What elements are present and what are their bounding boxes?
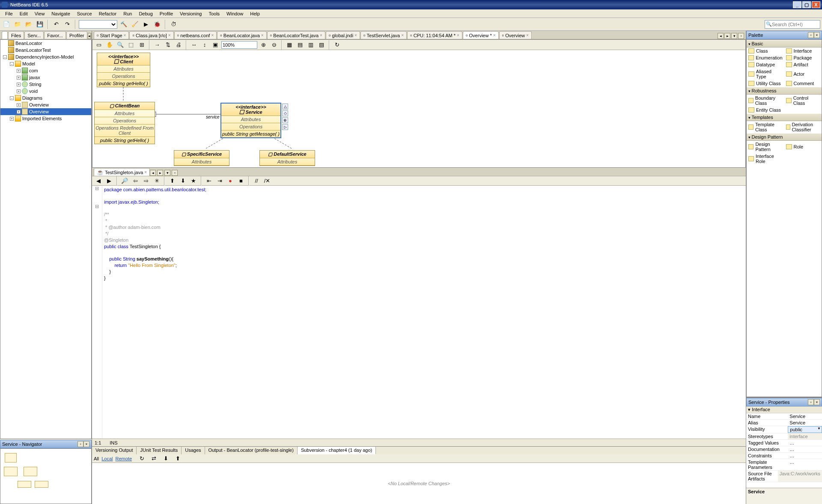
tree-item[interactable]: +Overview: [0, 108, 91, 115]
editor-tab[interactable]: ▫Overview×: [499, 31, 532, 39]
properties-group-header[interactable]: ▾ Interface: [746, 406, 822, 413]
menu-refactor[interactable]: Refactor: [95, 10, 120, 17]
redo-button[interactable]: ↷: [63, 20, 72, 29]
find-selection[interactable]: 🔎: [120, 176, 129, 186]
left-tab-1[interactable]: Files: [8, 31, 24, 39]
left-tab-3[interactable]: Favor...: [44, 31, 66, 39]
tree-toggle[interactable]: -: [10, 96, 14, 100]
close-tab-icon[interactable]: ×: [124, 33, 126, 38]
palette-group[interactable]: Templates: [747, 113, 822, 121]
stop-macro[interactable]: ■: [236, 176, 246, 186]
new-project-button[interactable]: 📁: [13, 20, 22, 29]
palette-item[interactable]: Role: [784, 141, 822, 153]
search-input[interactable]: [772, 22, 819, 27]
navigator-thumbnail[interactable]: [0, 448, 92, 504]
close-tab-icon[interactable]: ×: [211, 33, 214, 38]
palette-group[interactable]: Design Pattern: [747, 133, 822, 141]
projects-tree[interactable]: BeanLocatorBeanLocatorTest-DependencyInj…: [0, 39, 92, 439]
editor-tab[interactable]: ▫BeanLocator.java×: [217, 31, 266, 39]
quick-search[interactable]: 🔍: [765, 20, 820, 29]
palette-item[interactable]: Template Class: [747, 121, 784, 133]
palette-close-button[interactable]: ×: [814, 32, 820, 38]
zoom-in-tool[interactable]: 🔍: [116, 40, 125, 50]
tabnav-button[interactable]: ▸: [724, 33, 730, 39]
menu-navigate[interactable]: Navigate: [48, 10, 73, 17]
tabnav-button[interactable]: ◂: [718, 33, 724, 39]
palette-item[interactable]: Interface Role: [747, 153, 784, 165]
palette-item[interactable]: Control Class: [784, 95, 822, 107]
build-button[interactable]: 🔨: [119, 20, 128, 29]
align-tool-4[interactable]: ▧: [317, 40, 326, 50]
open-project-button[interactable]: 📂: [24, 20, 33, 29]
minimize-button[interactable]: _: [793, 1, 801, 8]
new-file-button[interactable]: 📄: [2, 20, 11, 29]
palette-group[interactable]: Basic: [747, 40, 822, 47]
vcs-commit-button[interactable]: ⬆: [173, 454, 182, 463]
find-prev[interactable]: ⇦: [131, 176, 140, 186]
editor-tab[interactable]: ▫netbeans.conf×: [174, 31, 217, 39]
palette-item[interactable]: Interface: [784, 47, 822, 54]
property-value[interactable]: public: [788, 426, 822, 433]
tree-toggle[interactable]: +: [17, 69, 21, 73]
toggle-highlight[interactable]: ✳: [152, 176, 161, 186]
debug-button[interactable]: 🐞: [152, 20, 162, 29]
output-tab[interactable]: Usages: [182, 447, 205, 454]
toggle-bookmark[interactable]: ★: [189, 176, 198, 186]
inner-max-button[interactable]: ▫: [172, 170, 178, 176]
menu-run[interactable]: Run: [120, 10, 135, 17]
properties-min-button[interactable]: ▫: [808, 399, 814, 405]
tree-toggle[interactable]: -: [3, 55, 7, 59]
navigator-minimize-button[interactable]: ▫: [77, 441, 83, 447]
undo-button[interactable]: ↶: [51, 20, 61, 29]
palette-item[interactable]: Comment: [784, 80, 822, 87]
palette-min-button[interactable]: ▫: [808, 32, 814, 38]
tree-toggle[interactable]: +: [17, 76, 21, 80]
close-tab-icon[interactable]: ×: [144, 170, 147, 175]
find-next[interactable]: ⇨: [141, 176, 151, 186]
relation-tool[interactable]: →: [152, 40, 162, 50]
vcs-diff-button[interactable]: ⇄: [149, 454, 158, 463]
tree-item[interactable]: +javax: [0, 74, 91, 81]
menu-versioning[interactable]: Versioning: [176, 10, 205, 17]
close-tab-icon[interactable]: ×: [401, 33, 404, 38]
palette-item[interactable]: Boundary Class: [747, 95, 784, 107]
tree-item[interactable]: +Overview: [0, 101, 91, 108]
palette-item[interactable]: Class: [747, 47, 784, 54]
selection-handles[interactable]: △◇⊕▷: [282, 104, 289, 138]
editor-tab[interactable]: ▫global.jndi×: [326, 31, 360, 39]
prev-bookmark[interactable]: ⬆: [167, 176, 177, 186]
palette-item[interactable]: Derivation Classifier: [784, 121, 822, 133]
refresh-tool[interactable]: ↻: [332, 40, 342, 50]
close-button[interactable]: X: [812, 1, 820, 8]
palette-item[interactable]: Aliased Type: [747, 68, 784, 80]
editor-tab[interactable]: ▫CPU: 11:04:54 AM *×: [407, 31, 462, 39]
inner-next-button[interactable]: ▸: [157, 170, 163, 176]
tree-toggle[interactable]: +: [17, 89, 21, 93]
next-bookmark[interactable]: ⬇: [178, 176, 188, 186]
property-value[interactable]: …: [788, 453, 822, 459]
align-tool-2[interactable]: ▤: [295, 40, 305, 50]
output-tab[interactable]: JUnit Test Results: [137, 447, 182, 454]
save-all-button[interactable]: 💾: [35, 20, 45, 29]
close-tab-icon[interactable]: ×: [168, 33, 171, 38]
vcs-refresh-button[interactable]: ↻: [137, 454, 146, 463]
pan-tool[interactable]: ✋: [105, 40, 114, 50]
uml-specificservice-class[interactable]: ▢ SpecificService Attributes: [174, 150, 229, 166]
navigator-close-button[interactable]: ×: [83, 441, 89, 447]
menu-debug[interactable]: Debug: [135, 10, 156, 17]
property-value[interactable]: …: [788, 459, 822, 470]
vcs-update-button[interactable]: ⬇: [161, 454, 170, 463]
tree-item[interactable]: +com: [0, 67, 91, 74]
print-tool[interactable]: 🖨: [174, 40, 183, 50]
output-tab[interactable]: Output - BeanLocator (profile-test-singl…: [205, 447, 298, 454]
uml-clientbean-class[interactable]: ▢ ClientBean Attributes Operations Opera…: [94, 102, 155, 144]
uncomment[interactable]: /✕: [262, 176, 272, 186]
tree-toggle[interactable]: +: [10, 117, 14, 121]
uml-diagram-canvas[interactable]: ▭ ✋ 🔍 ⬚ ⊞ → ⇅ 🖨 ↔ ↕ ▣ ⊕ ⊖ ▦ ▤ ▥ ▧: [92, 39, 746, 168]
close-tab-icon[interactable]: ×: [320, 33, 322, 38]
palette-item[interactable]: Utility Class: [747, 80, 784, 87]
tree-item[interactable]: BeanLocatorTest: [0, 47, 91, 53]
output-tab[interactable]: Versioning Output: [92, 447, 137, 454]
menu-edit[interactable]: Edit: [16, 10, 31, 17]
inner-list-button[interactable]: ▾: [164, 170, 170, 176]
